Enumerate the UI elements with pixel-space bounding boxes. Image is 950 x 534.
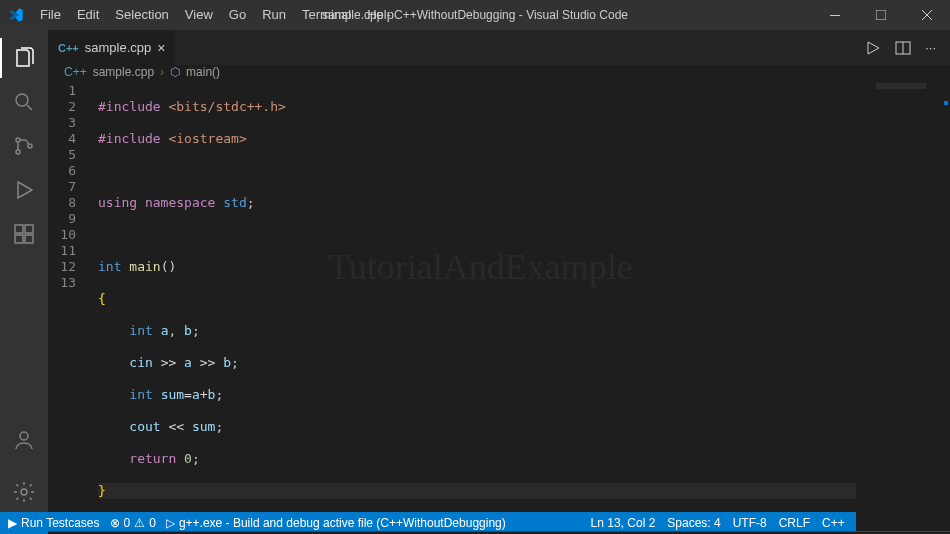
source-control-icon[interactable] bbox=[0, 126, 48, 166]
svg-rect-8 bbox=[25, 235, 33, 243]
svg-rect-7 bbox=[15, 235, 23, 243]
editor-tabs: C++ sample.cpp × ··· bbox=[48, 30, 950, 65]
window-title: sample.cpp - C++WithoutDebugging - Visua… bbox=[322, 8, 628, 22]
svg-point-10 bbox=[20, 432, 28, 440]
tab-label: sample.cpp bbox=[85, 40, 151, 55]
menu-view[interactable]: View bbox=[177, 0, 221, 30]
activity-bar bbox=[0, 30, 48, 512]
code-editor[interactable]: 12345678910111213 #include <bits/stdc++.… bbox=[48, 79, 950, 531]
svg-point-3 bbox=[16, 138, 20, 142]
menu-edit[interactable]: Edit bbox=[69, 0, 107, 30]
cpp-file-icon: C++ bbox=[58, 42, 79, 54]
menu-selection[interactable]: Selection bbox=[107, 0, 176, 30]
more-actions-icon[interactable]: ··· bbox=[925, 40, 936, 56]
vscode-logo-icon bbox=[8, 7, 24, 23]
titlebar: File Edit Selection View Go Run Terminal… bbox=[0, 0, 950, 30]
svg-rect-9 bbox=[25, 225, 33, 233]
svg-point-11 bbox=[21, 489, 27, 495]
breadcrumb-file[interactable]: sample.cpp bbox=[93, 65, 154, 79]
overview-ruler[interactable] bbox=[936, 79, 950, 531]
run-debug-icon[interactable] bbox=[0, 170, 48, 210]
run-file-icon[interactable] bbox=[865, 40, 881, 56]
close-button[interactable] bbox=[904, 0, 950, 30]
accounts-icon[interactable] bbox=[0, 420, 48, 460]
menu-run[interactable]: Run bbox=[254, 0, 294, 30]
minimize-button[interactable] bbox=[812, 0, 858, 30]
menu-file[interactable]: File bbox=[32, 0, 69, 30]
explorer-icon[interactable] bbox=[0, 38, 48, 78]
breadcrumb[interactable]: C++ sample.cpp › ⬡ main() bbox=[48, 65, 950, 79]
editor-area: C++ sample.cpp × ··· C++ sample.cpp › ⬡ … bbox=[48, 30, 950, 512]
svg-rect-1 bbox=[876, 10, 886, 20]
search-icon[interactable] bbox=[0, 82, 48, 122]
svg-point-2 bbox=[16, 94, 28, 106]
maximize-button[interactable] bbox=[858, 0, 904, 30]
line-numbers: 12345678910111213 bbox=[48, 79, 88, 531]
svg-point-4 bbox=[16, 150, 20, 154]
svg-rect-6 bbox=[15, 225, 23, 233]
split-editor-icon[interactable] bbox=[895, 40, 911, 56]
code-content[interactable]: #include <bits/stdc++.h> #include <iostr… bbox=[88, 79, 856, 531]
svg-point-5 bbox=[28, 144, 32, 148]
cpp-file-icon: C++ bbox=[64, 65, 87, 79]
extensions-icon[interactable] bbox=[0, 214, 48, 254]
tab-sample-cpp[interactable]: C++ sample.cpp × bbox=[48, 30, 175, 65]
svg-rect-0 bbox=[830, 15, 840, 16]
function-icon: ⬡ bbox=[170, 65, 180, 79]
chevron-right-icon: › bbox=[160, 65, 164, 79]
minimap[interactable] bbox=[856, 79, 936, 531]
menu-go[interactable]: Go bbox=[221, 0, 254, 30]
settings-gear-icon[interactable] bbox=[0, 472, 48, 512]
tab-close-icon[interactable]: × bbox=[157, 40, 165, 56]
breadcrumb-symbol[interactable]: main() bbox=[186, 65, 220, 79]
